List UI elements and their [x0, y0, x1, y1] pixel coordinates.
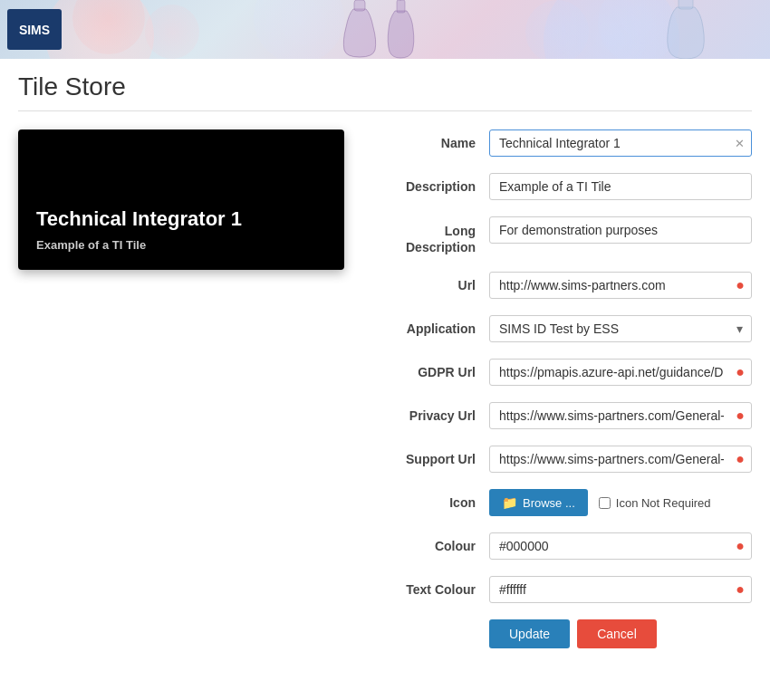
support-url-required-icon: ●: [736, 451, 745, 467]
header-banner: SIMS: [0, 0, 770, 59]
page-title-area: Tile Store: [0, 59, 770, 110]
browse-button-label: Browse ...: [523, 496, 575, 510]
sims-logo: SIMS: [7, 9, 62, 50]
support-url-input[interactable]: [489, 446, 752, 473]
name-field-wrapper: ✕: [489, 129, 752, 157]
support-url-label: Support Url: [371, 446, 489, 466]
privacy-url-input[interactable]: [489, 402, 752, 429]
cancel-button[interactable]: Cancel: [577, 619, 657, 648]
privacy-url-required-icon: ●: [736, 408, 745, 424]
colour-required-icon: ●: [736, 538, 745, 554]
text-colour-input[interactable]: [489, 576, 752, 603]
deco-vase-1: [335, 0, 385, 59]
bokeh-4: [525, 0, 589, 59]
text-colour-required-icon: ●: [736, 581, 745, 598]
url-row: Url ●: [371, 272, 752, 299]
url-input[interactable]: [489, 272, 752, 299]
form-area: Name ✕ Description LongDescription Url: [371, 129, 752, 648]
long-description-input[interactable]: [489, 216, 752, 244]
bokeh-1: [72, 0, 145, 54]
text-colour-field-wrapper: ●: [489, 576, 752, 603]
browse-button[interactable]: 📁 Browse ...: [489, 489, 588, 516]
icon-not-required-label[interactable]: Icon Not Required: [599, 496, 711, 510]
url-field-wrapper: ●: [489, 272, 752, 299]
name-input[interactable]: [489, 129, 752, 157]
icon-controls: 📁 Browse ... Icon Not Required: [489, 489, 752, 516]
deco-vase-2: [380, 0, 421, 59]
bokeh-2: [145, 5, 199, 59]
application-label: Application: [371, 315, 489, 336]
text-colour-label: Text Colour: [371, 576, 489, 597]
name-label: Name: [371, 129, 489, 150]
long-description-label: LongDescription: [371, 216, 489, 255]
tile-preview: Technical Integrator 1 Example of a TI T…: [18, 129, 344, 270]
gdpr-url-row: GDPR Url ●: [371, 359, 752, 386]
icon-not-required-text: Icon Not Required: [616, 496, 711, 510]
gdpr-url-label: GDPR Url: [371, 359, 489, 379]
update-button[interactable]: Update: [489, 619, 570, 648]
text-colour-row: Text Colour ●: [371, 576, 752, 603]
icon-not-required-checkbox[interactable]: [599, 497, 611, 509]
name-row: Name ✕: [371, 129, 752, 157]
gdpr-url-field-wrapper: ●: [489, 359, 752, 386]
application-select[interactable]: SIMS ID Test by ESS SIMS ID SIMS Online: [489, 315, 752, 342]
url-label: Url: [371, 272, 489, 292]
support-url-field-wrapper: ●: [489, 446, 752, 473]
icon-row: Icon 📁 Browse ... Icon Not Required: [371, 489, 752, 516]
support-url-row: Support Url ●: [371, 446, 752, 473]
name-clear-icon[interactable]: ✕: [735, 137, 745, 150]
svg-rect-3: [679, 0, 693, 9]
colour-row: Colour ●: [371, 532, 752, 560]
url-required-icon: ●: [736, 277, 745, 293]
colour-field-wrapper: ●: [489, 532, 752, 560]
icon-label: Icon: [371, 489, 489, 510]
description-field-wrapper: [489, 173, 752, 200]
svg-rect-1: [397, 0, 405, 13]
gdpr-url-input[interactable]: [489, 359, 752, 386]
description-label: Description: [371, 173, 489, 194]
colour-input[interactable]: [489, 532, 752, 560]
privacy-url-field-wrapper: ●: [489, 402, 752, 429]
folder-icon: 📁: [502, 495, 517, 510]
long-description-row: LongDescription: [371, 216, 752, 255]
long-description-field-wrapper: [489, 216, 752, 244]
description-row: Description: [371, 173, 752, 200]
tile-preview-subtitle: Example of a TI Tile: [36, 238, 326, 252]
privacy-url-label: Privacy Url: [371, 402, 489, 423]
application-row: Application SIMS ID Test by ESS SIMS ID …: [371, 315, 752, 342]
main-content: Technical Integrator 1 Example of a TI T…: [0, 111, 770, 666]
application-select-wrapper: SIMS ID Test by ESS SIMS ID SIMS Online …: [489, 315, 752, 342]
description-input[interactable]: [489, 173, 752, 200]
tile-preview-title: Technical Integrator 1: [36, 207, 326, 231]
colour-label: Colour: [371, 532, 489, 553]
page-title: Tile Store: [18, 72, 752, 101]
privacy-url-row: Privacy Url ●: [371, 402, 752, 429]
action-buttons: Update Cancel: [371, 619, 752, 648]
gdpr-url-required-icon: ●: [736, 364, 745, 380]
deco-vase-3: [657, 0, 716, 59]
svg-rect-0: [354, 0, 365, 11]
bokeh-3: [254, 0, 344, 59]
